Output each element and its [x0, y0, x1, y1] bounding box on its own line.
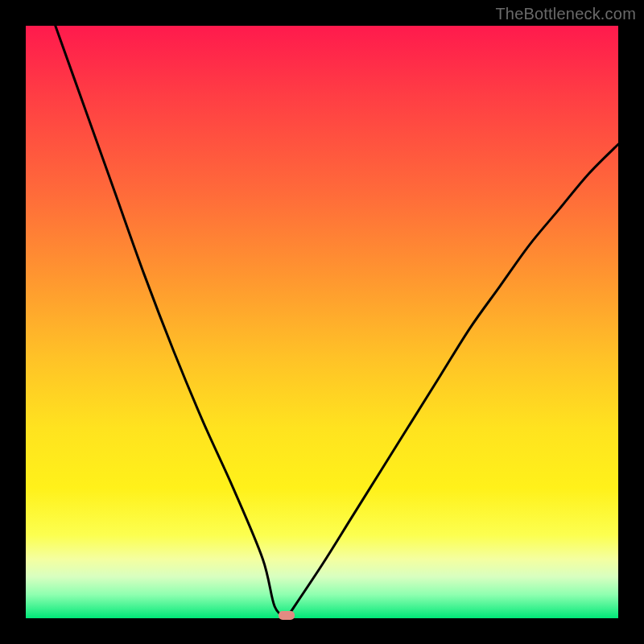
curve-svg — [26, 26, 618, 618]
chart-frame: TheBottleneck.com — [0, 0, 644, 644]
bottleneck-curve — [56, 26, 618, 618]
minimum-marker — [279, 611, 295, 620]
plot-area — [26, 26, 618, 618]
watermark-text: TheBottleneck.com — [495, 5, 636, 23]
